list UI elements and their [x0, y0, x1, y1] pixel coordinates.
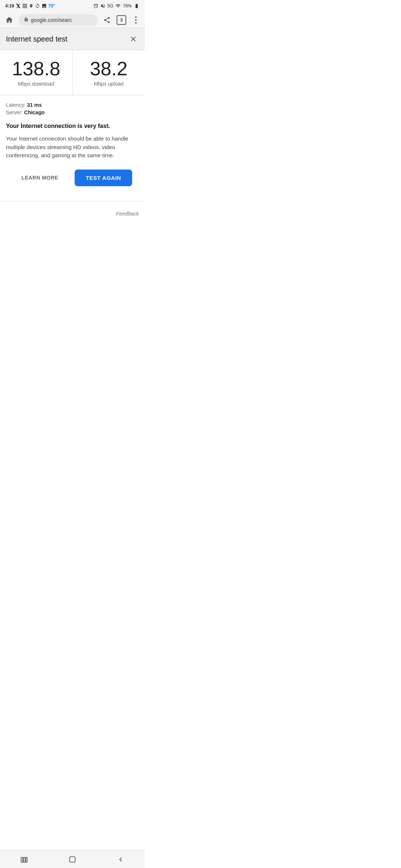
download-value: 138.8	[7, 58, 65, 79]
action-buttons: LEARN MORE TEST AGAIN	[6, 170, 139, 186]
speed-test-widget: Internet speed test 138.8 Mbps download …	[0, 28, 145, 221]
feedback-link[interactable]: Feedback	[116, 211, 139, 217]
x-app-icon	[16, 3, 21, 9]
grid-icon	[22, 3, 27, 9]
svg-point-6	[135, 22, 137, 24]
svg-point-5	[135, 19, 137, 21]
status-left: 4:19 70°	[5, 3, 55, 9]
speed-results: 138.8 Mbps download 38.2 Mbps upload	[0, 50, 145, 95]
tab-count-button[interactable]: 3	[117, 15, 126, 25]
upload-value: 38.2	[80, 58, 138, 79]
learn-more-button[interactable]: LEARN MORE	[13, 170, 67, 186]
latency-server-info: Latency: 31 ms Server: Chicago	[6, 102, 139, 115]
mute-icon	[100, 3, 105, 9]
widget-title: Internet speed test	[6, 35, 68, 43]
server-value: Chicago	[24, 109, 45, 115]
latency-label: Latency:	[6, 102, 26, 108]
test-again-button[interactable]: TEST AGAIN	[75, 170, 132, 186]
svg-point-4	[135, 16, 137, 18]
download-label: Mbps download	[7, 81, 65, 87]
download-column: 138.8 Mbps download	[0, 50, 73, 95]
home-button[interactable]	[4, 14, 15, 26]
browser-chrome: google.com/searc 3	[0, 12, 145, 28]
signal-icon	[115, 3, 121, 9]
page-spacer	[0, 221, 145, 296]
upload-column: 38.2 Mbps upload	[73, 50, 145, 95]
location-icon	[29, 3, 33, 9]
status-right: 5G 76%	[93, 3, 140, 9]
connection-description: Your Internet connection should be able …	[6, 135, 139, 160]
server-label: Server:	[6, 109, 23, 115]
address-bar[interactable]: google.com/searc	[19, 14, 98, 26]
svg-rect-3	[25, 6, 27, 8]
section-divider	[0, 201, 145, 201]
latency-line: Latency: 31 ms	[6, 102, 139, 108]
temperature-display: 70°	[48, 3, 55, 9]
more-options-button[interactable]	[131, 15, 141, 25]
details-section: Latency: 31 ms Server: Chicago Your Inte…	[0, 95, 145, 201]
server-line: Server: Chicago	[6, 109, 139, 115]
photo-icon	[42, 3, 47, 9]
battery-display: 76%	[123, 3, 132, 9]
lock-icon	[24, 17, 29, 23]
close-button[interactable]	[128, 33, 139, 45]
sync-icon	[35, 3, 40, 9]
widget-header: Internet speed test	[0, 28, 145, 50]
svg-rect-2	[23, 6, 25, 8]
alarm-icon	[93, 3, 98, 9]
address-text: google.com/searc	[31, 17, 72, 23]
connection-status-heading: Your Internet connection is very fast.	[6, 123, 139, 129]
share-button[interactable]	[102, 15, 112, 25]
time-display: 4:19	[5, 3, 14, 9]
svg-rect-1	[25, 4, 27, 6]
svg-rect-0	[23, 4, 25, 6]
feedback-section: Feedback	[0, 206, 145, 221]
upload-label: Mbps upload	[80, 81, 138, 87]
status-bar: 4:19 70° 5G 76%	[0, 0, 145, 12]
battery-icon	[134, 3, 140, 9]
latency-value: 31 ms	[27, 102, 42, 108]
browser-actions: 3	[102, 15, 141, 25]
network-display: 5G	[107, 3, 113, 9]
home-icon	[5, 16, 13, 24]
